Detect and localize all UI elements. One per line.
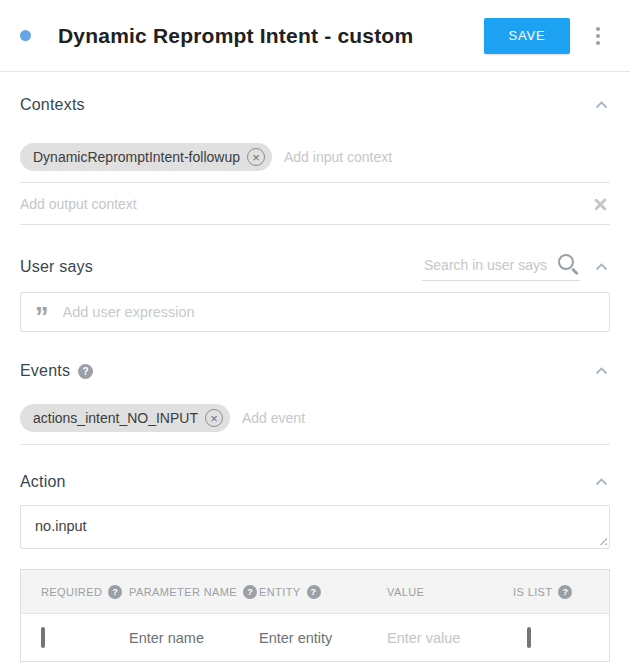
value-input[interactable]	[387, 630, 497, 646]
col-entity: ENTITY ?	[259, 585, 387, 599]
more-options-icon[interactable]	[592, 23, 604, 49]
user-says-title: User says	[20, 258, 93, 276]
chevron-up-icon	[595, 263, 608, 271]
entity-help-icon[interactable]: ?	[307, 585, 321, 599]
action-name-textarea[interactable]: no.input	[20, 505, 610, 549]
event-chip: actions_intent_NO_INPUT ×	[20, 404, 230, 432]
input-context-chip-label: DynamicRepromptIntent-followup	[33, 149, 240, 165]
col-required: REQUIRED ?	[41, 585, 129, 599]
col-value: VALUE	[387, 586, 513, 598]
contexts-title: Contexts	[20, 96, 85, 114]
parameters-table: REQUIRED ? PARAMETER NAME ? ENTITY ? VAL…	[20, 569, 610, 662]
parameter-name-help-icon[interactable]: ?	[243, 585, 257, 599]
event-chip-label: actions_intent_NO_INPUT	[33, 410, 198, 426]
action-title: Action	[20, 473, 66, 491]
action-collapse-button[interactable]	[593, 476, 610, 488]
events-title: Events	[20, 362, 70, 380]
chevron-up-icon	[595, 478, 608, 486]
chevron-up-icon	[595, 367, 608, 375]
clear-contexts-icon[interactable]	[594, 198, 607, 211]
intent-priority-dot[interactable]	[20, 30, 31, 41]
events-section-header: Events ?	[20, 361, 610, 381]
save-button[interactable]: SAVE	[484, 18, 570, 54]
action-field-wrap: no.input	[20, 505, 610, 549]
parameter-name-input[interactable]	[129, 630, 239, 646]
user-says-collapse-button[interactable]	[593, 261, 610, 273]
events-help-icon[interactable]: ?	[78, 364, 93, 379]
parameter-row	[21, 614, 609, 661]
input-context-chip: DynamicRepromptIntent-followup ×	[20, 143, 272, 171]
output-contexts-row	[20, 183, 610, 225]
user-says-section-header: User says	[20, 252, 610, 281]
entity-input[interactable]	[259, 630, 369, 646]
parameters-table-header: REQUIRED ? PARAMETER NAME ? ENTITY ? VAL…	[21, 570, 609, 614]
contexts-section-header: Contexts	[20, 95, 610, 115]
remove-event-icon[interactable]: ×	[205, 409, 223, 427]
search-user-says-input[interactable]	[424, 257, 549, 273]
col-is-list: IS LIST ?	[513, 585, 609, 599]
input-contexts-row: DynamicRepromptIntent-followup ×	[20, 143, 610, 183]
remove-input-context-icon[interactable]: ×	[247, 148, 265, 166]
required-checkbox[interactable]	[41, 627, 45, 648]
is-list-checkbox[interactable]	[527, 627, 531, 648]
chevron-up-icon	[595, 101, 608, 109]
add-output-context-input[interactable]	[20, 196, 594, 212]
user-expression-box: ”	[20, 292, 610, 332]
is-list-help-icon[interactable]: ?	[558, 585, 572, 599]
add-event-input[interactable]	[242, 410, 610, 426]
events-row: actions_intent_NO_INPUT ×	[20, 404, 610, 445]
contexts-collapse-button[interactable]	[593, 99, 610, 111]
intent-header: Dynamic Reprompt Intent - custom SAVE	[0, 0, 630, 72]
search-icon[interactable]	[557, 254, 578, 275]
user-says-search-box	[422, 252, 580, 281]
action-section-header: Action	[20, 472, 610, 492]
add-user-expression-input[interactable]	[63, 304, 598, 320]
required-help-icon[interactable]: ?	[108, 585, 122, 599]
events-collapse-button[interactable]	[593, 365, 610, 377]
col-parameter-name: PARAMETER NAME ?	[129, 585, 259, 599]
add-input-context-input[interactable]	[284, 149, 610, 165]
intent-title: Dynamic Reprompt Intent - custom	[58, 24, 413, 48]
